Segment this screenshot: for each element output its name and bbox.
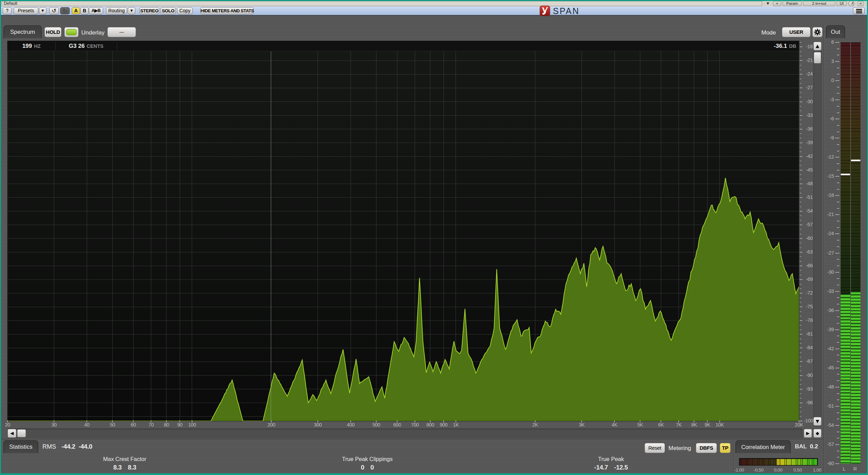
db-tick-minor <box>800 411 801 412</box>
out-scale-label: -45 <box>823 365 834 370</box>
tab-spectrum[interactable]: Spectrum <box>3 25 42 38</box>
out-tick-minor <box>837 151 839 151</box>
out-scale-label: -57 <box>823 442 834 447</box>
out-tick-major <box>835 42 839 43</box>
stereo-button[interactable]: STEREO <box>139 7 159 14</box>
mode-select[interactable]: USER <box>782 27 811 37</box>
underlay-select[interactable]: --- <box>107 27 136 37</box>
db-tick-minor <box>800 83 801 84</box>
correlation-segment <box>798 459 799 465</box>
chevron-down-icon[interactable]: ▼ <box>764 1 772 6</box>
correlation-segment <box>777 459 778 465</box>
reset-button[interactable]: Reset <box>645 443 665 453</box>
out-scale-label: -12 <box>823 154 834 160</box>
routing-caret-icon[interactable]: ▼ <box>128 7 135 14</box>
out-tick-minor <box>837 432 839 432</box>
out-tick-major <box>835 80 839 81</box>
tab-out[interactable]: Out <box>826 25 845 38</box>
db-tick-minor <box>800 416 801 417</box>
out-tick-major <box>835 329 839 330</box>
channel-label-left: L <box>843 466 845 472</box>
correlation-segment <box>769 459 770 465</box>
out-tick-minor <box>837 285 839 285</box>
out-tick-major <box>835 253 839 254</box>
db-tick-major <box>800 279 802 280</box>
db-tick-major <box>800 334 802 335</box>
underlay-label: Underlay <box>81 29 105 36</box>
out-tick-minor <box>837 457 839 458</box>
correlation-segment <box>749 459 751 465</box>
hold-button[interactable]: HOLD <box>44 27 62 37</box>
tab-statistics[interactable]: Statistics <box>3 440 38 453</box>
db-tick-major <box>800 87 802 88</box>
tab-correlation-meter[interactable]: Correlation Meter <box>735 440 791 453</box>
correlation-segment <box>771 459 772 465</box>
out-tick-minor <box>837 227 839 228</box>
param-button[interactable]: Param <box>783 1 802 6</box>
io-config-button[interactable]: 2 in+out <box>803 1 835 6</box>
v-scrollbar[interactable] <box>813 42 822 426</box>
solo-button[interactable]: SOLO <box>161 7 176 14</box>
freq-axis-label: 60 <box>125 422 142 428</box>
presets-caret-icon[interactable]: ▼ <box>39 7 46 14</box>
db-tick-minor <box>800 234 801 234</box>
correlation-segment <box>804 459 805 465</box>
resize-corner-icon[interactable]: ◆ <box>813 429 822 438</box>
out-tick-major <box>835 463 839 464</box>
scroll-up-icon[interactable]: ▲ <box>813 42 822 51</box>
routing-button[interactable]: Routing <box>106 7 127 14</box>
ui-button[interactable]: UI <box>837 1 847 6</box>
freq-axis-label: 30 <box>45 422 63 428</box>
undo-icon[interactable]: ↺ <box>49 7 59 14</box>
redo-icon[interactable]: ↻ <box>60 7 70 14</box>
readout-frequency: 199HZ <box>8 41 55 51</box>
correlation-scale-label: -0.50 <box>750 467 767 473</box>
db-axis-label: -72 <box>804 290 813 296</box>
out-tick-minor <box>837 163 839 164</box>
preset-title-field[interactable]: Default <box>2 1 762 6</box>
presets-button[interactable]: Presets <box>14 7 38 14</box>
correlation-segment <box>780 459 782 465</box>
out-tick-minor <box>837 297 839 298</box>
h-scroll-thumb[interactable] <box>17 429 26 437</box>
ab-slot-a-button[interactable]: A <box>72 7 80 14</box>
correlation-segment <box>808 459 809 465</box>
knob-icon[interactable] <box>848 1 854 7</box>
db-tick-minor <box>800 215 801 216</box>
out-tick-major <box>835 214 839 215</box>
freq-axis-label: 100 <box>184 422 201 428</box>
db-axis-label: -33 <box>804 112 813 118</box>
help-button[interactable]: ? <box>3 7 12 14</box>
close-icon[interactable]: × <box>858 1 864 6</box>
v-scroll-thumb[interactable] <box>814 52 821 64</box>
out-tick-minor <box>837 336 839 336</box>
voxengo-logo-icon <box>540 5 550 16</box>
tp-button[interactable]: TP <box>720 443 731 453</box>
freq-axis-label: 20 <box>0 422 16 428</box>
scroll-right-icon[interactable]: ▶ <box>804 429 812 438</box>
scroll-left-icon[interactable]: ◀ <box>8 429 16 438</box>
out-tick-minor <box>837 342 839 343</box>
menu-icon[interactable] <box>853 7 865 14</box>
db-tick-major <box>800 293 802 294</box>
spectrum-plot[interactable]: 199HZ G3 26CENTS -36.1DB <box>8 41 799 421</box>
ab-slot-b-button[interactable]: B <box>80 7 89 14</box>
out-tick-major <box>835 195 839 196</box>
db-axis-label: -45 <box>804 167 813 173</box>
db-tick-minor <box>800 357 801 357</box>
dbfs-button[interactable]: DBFS <box>696 443 717 453</box>
add-preset-button[interactable]: + <box>773 1 781 6</box>
hide-meters-button[interactable]: HIDE METERS AND STATS <box>200 7 254 14</box>
settings-button[interactable] <box>812 27 823 37</box>
a-to-b-copy-button[interactable]: A▶B <box>89 7 103 14</box>
out-tick-major <box>835 406 839 407</box>
spectrum-color-swatch[interactable] <box>64 27 79 37</box>
h-scrollbar[interactable] <box>8 429 802 438</box>
correlation-segment <box>761 459 762 465</box>
scroll-down-icon[interactable]: ▼ <box>813 417 822 426</box>
out-tick-minor <box>837 259 839 260</box>
out-tick-minor <box>837 49 839 49</box>
db-tick-minor <box>800 316 801 316</box>
out-tick-minor <box>837 106 839 107</box>
copy-button[interactable]: Copy <box>177 7 193 14</box>
